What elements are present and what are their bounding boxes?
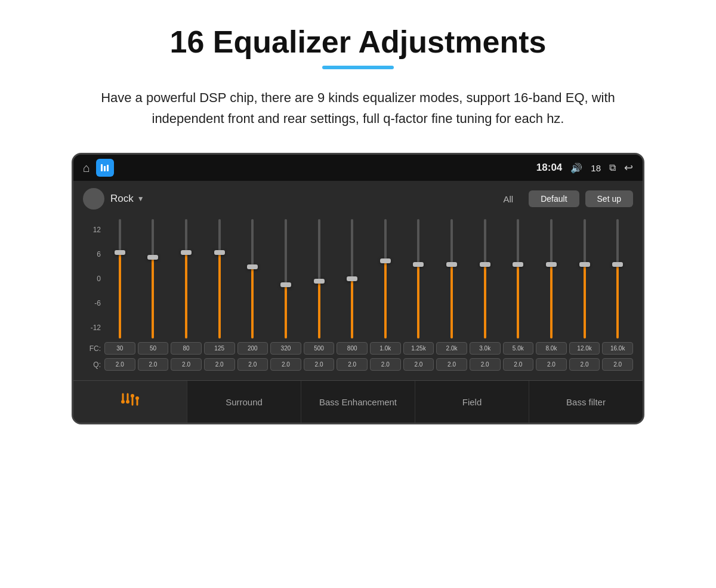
slider-col-6 bbox=[304, 219, 335, 338]
tab-surround[interactable]: Surround bbox=[187, 381, 301, 423]
q-val-15[interactable]: 2.0 bbox=[602, 358, 633, 371]
fc-val-15[interactable]: 16.0k bbox=[602, 342, 633, 355]
slider-fill-2 bbox=[185, 253, 187, 338]
fc-val-8[interactable]: 1.0k bbox=[370, 342, 401, 355]
q-val-0[interactable]: 2.0 bbox=[104, 358, 135, 371]
status-time: 18:04 bbox=[536, 162, 562, 174]
q-val-5[interactable]: 2.0 bbox=[270, 358, 301, 371]
slider-col-0 bbox=[104, 219, 135, 338]
q-val-13[interactable]: 2.0 bbox=[536, 358, 567, 371]
fc-values: 3050801252003205008001.0k1.25k2.0k3.0k5.… bbox=[104, 342, 633, 355]
q-val-12[interactable]: 2.0 bbox=[503, 358, 534, 371]
slider-wrap-11[interactable] bbox=[480, 219, 490, 338]
slider-thumb-3[interactable] bbox=[214, 250, 225, 255]
slider-thumb-6[interactable] bbox=[314, 279, 325, 284]
slider-wrap-14[interactable] bbox=[579, 219, 590, 338]
fc-val-2[interactable]: 80 bbox=[171, 342, 202, 355]
slider-thumb-4[interactable] bbox=[247, 264, 258, 269]
svg-rect-2 bbox=[107, 165, 109, 171]
svg-rect-1 bbox=[104, 166, 106, 171]
slider-thumb-11[interactable] bbox=[480, 262, 490, 267]
q-val-7[interactable]: 2.0 bbox=[337, 358, 368, 371]
slider-thumb-8[interactable] bbox=[380, 258, 391, 263]
fc-row: FC: 3050801252003205008001.0k1.25k2.0k3.… bbox=[83, 342, 633, 355]
q-val-8[interactable]: 2.0 bbox=[370, 358, 401, 371]
fc-val-0[interactable]: 30 bbox=[104, 342, 135, 355]
svg-point-4 bbox=[121, 400, 125, 404]
slider-wrap-15[interactable] bbox=[612, 219, 623, 338]
tab-eq[interactable] bbox=[73, 381, 187, 423]
slider-thumb-12[interactable] bbox=[513, 262, 523, 267]
tab-bass-enhancement[interactable]: Bass Enhancement bbox=[301, 381, 415, 423]
q-val-2[interactable]: 2.0 bbox=[171, 358, 202, 371]
q-val-3[interactable]: 2.0 bbox=[204, 358, 235, 371]
slider-fill-14 bbox=[584, 264, 586, 338]
slider-thumb-0[interactable] bbox=[115, 250, 125, 255]
svg-rect-0 bbox=[101, 164, 103, 171]
fc-val-4[interactable]: 200 bbox=[237, 342, 268, 355]
slider-col-7 bbox=[337, 219, 368, 338]
slider-fill-6 bbox=[318, 281, 320, 338]
slider-thumb-13[interactable] bbox=[546, 262, 557, 267]
fc-val-10[interactable]: 2.0k bbox=[436, 342, 467, 355]
tab-field[interactable]: Field bbox=[415, 381, 529, 423]
slider-wrap-13[interactable] bbox=[546, 219, 557, 338]
slider-fill-12 bbox=[517, 264, 519, 338]
slider-wrap-12[interactable] bbox=[513, 219, 523, 338]
circle-button[interactable] bbox=[83, 188, 104, 210]
slider-thumb-2[interactable] bbox=[181, 250, 192, 255]
app-icon[interactable] bbox=[96, 159, 114, 177]
back-icon[interactable]: ↩ bbox=[624, 161, 633, 174]
tab-bass-filter[interactable]: Bass filter bbox=[529, 381, 643, 423]
volume-number: 18 bbox=[591, 163, 601, 173]
q-val-9[interactable]: 2.0 bbox=[403, 358, 434, 371]
slider-thumb-5[interactable] bbox=[280, 282, 291, 287]
q-val-4[interactable]: 2.0 bbox=[237, 358, 268, 371]
fc-val-6[interactable]: 500 bbox=[304, 342, 335, 355]
fc-val-7[interactable]: 800 bbox=[337, 342, 368, 355]
slider-wrap-2[interactable] bbox=[181, 219, 192, 338]
slider-col-11 bbox=[470, 219, 501, 338]
slider-thumb-15[interactable] bbox=[612, 262, 623, 267]
slider-wrap-1[interactable] bbox=[147, 219, 158, 338]
slider-thumb-14[interactable] bbox=[579, 262, 590, 267]
slider-wrap-8[interactable] bbox=[380, 219, 391, 338]
setup-button[interactable]: Set up bbox=[585, 190, 633, 207]
slider-fill-9 bbox=[417, 264, 419, 338]
slider-wrap-7[interactable] bbox=[347, 219, 357, 338]
q-val-11[interactable]: 2.0 bbox=[470, 358, 501, 371]
home-icon[interactable]: ⌂ bbox=[83, 161, 90, 175]
slider-col-8 bbox=[370, 219, 401, 338]
slider-thumb-10[interactable] bbox=[446, 262, 457, 267]
fc-val-9[interactable]: 1.25k bbox=[403, 342, 434, 355]
slider-wrap-0[interactable] bbox=[115, 219, 125, 338]
status-bar: ⌂ 18:04 🔊 18 ⧉ ↩ bbox=[73, 155, 643, 181]
slider-wrap-6[interactable] bbox=[314, 219, 325, 338]
q-val-14[interactable]: 2.0 bbox=[569, 358, 600, 371]
slider-wrap-4[interactable] bbox=[247, 219, 258, 338]
slider-thumb-9[interactable] bbox=[413, 262, 424, 267]
svg-point-10 bbox=[135, 396, 139, 400]
fc-val-5[interactable]: 320 bbox=[270, 342, 301, 355]
fc-val-3[interactable]: 125 bbox=[204, 342, 235, 355]
preset-dropdown[interactable]: Rock ▼ bbox=[110, 193, 144, 205]
slider-thumb-1[interactable] bbox=[147, 255, 158, 260]
slider-fill-5 bbox=[285, 285, 287, 338]
q-row: Q: 2.02.02.02.02.02.02.02.02.02.02.02.02… bbox=[83, 358, 633, 371]
slider-thumb-7[interactable] bbox=[347, 276, 357, 281]
q-val-6[interactable]: 2.0 bbox=[304, 358, 335, 371]
slider-wrap-10[interactable] bbox=[446, 219, 457, 338]
slider-wrap-9[interactable] bbox=[413, 219, 424, 338]
fc-val-11[interactable]: 3.0k bbox=[470, 342, 501, 355]
default-button[interactable]: Default bbox=[529, 190, 579, 207]
slider-wrap-5[interactable] bbox=[280, 219, 291, 338]
fc-val-1[interactable]: 50 bbox=[138, 342, 169, 355]
slider-col-15 bbox=[602, 219, 633, 338]
fc-val-13[interactable]: 8.0k bbox=[536, 342, 567, 355]
svg-point-6 bbox=[126, 400, 129, 404]
fc-val-12[interactable]: 5.0k bbox=[503, 342, 534, 355]
slider-wrap-3[interactable] bbox=[214, 219, 225, 338]
q-val-10[interactable]: 2.0 bbox=[436, 358, 467, 371]
q-val-1[interactable]: 2.0 bbox=[138, 358, 169, 371]
fc-val-14[interactable]: 12.0k bbox=[569, 342, 600, 355]
